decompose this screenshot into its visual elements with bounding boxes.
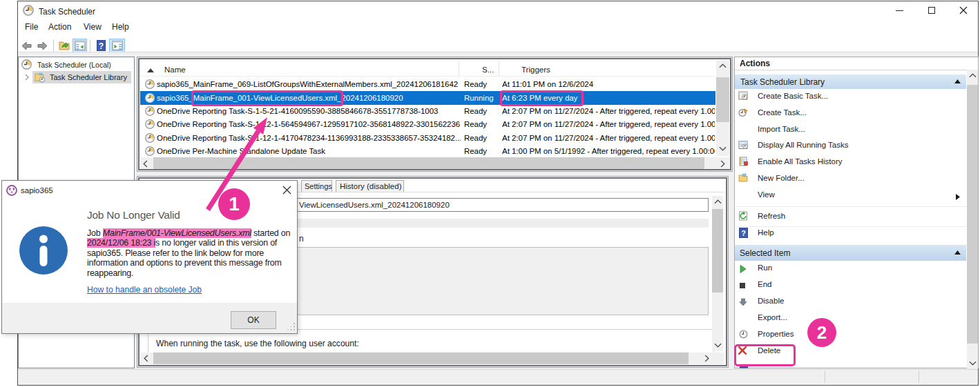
svg-text:?: ? (741, 229, 746, 237)
svg-text:?: ? (99, 41, 104, 51)
